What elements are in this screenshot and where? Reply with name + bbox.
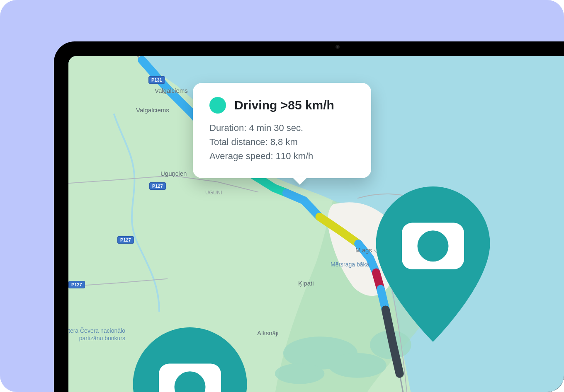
- laptop-frame: Valgalciems Valgalciems Uguņcien UGUNI Ķ…: [54, 41, 564, 392]
- road-shield-p131: P131: [148, 76, 165, 84]
- road-shield-p127-c: P127: [68, 281, 85, 288]
- screen: Valgalciems Valgalciems Uguņcien UGUNI Ķ…: [68, 56, 564, 392]
- tooltip-duration: Duration: 4 min 30 sec.: [209, 121, 352, 135]
- svg-point-2: [275, 363, 325, 384]
- road-shield-p127-a: P127: [149, 182, 166, 190]
- road-shield-p127-b: P127: [117, 236, 134, 244]
- svg-point-1: [328, 353, 386, 378]
- tooltip-distance: Total distance: 8,8 km: [209, 135, 352, 149]
- stage: Valgalciems Valgalciems Uguņcien UGUNI Ķ…: [0, 0, 564, 392]
- tooltip-avgspeed: Average speed: 110 km/h: [209, 149, 352, 163]
- tooltip-arrow-icon: [292, 177, 307, 185]
- speed-tooltip: Driving >85 km/h Duration: 4 min 30 sec.…: [193, 83, 371, 178]
- speed-dot-icon: [209, 97, 226, 114]
- tooltip-title: Driving >85 km/h: [234, 98, 334, 112]
- camera-icon: [335, 45, 340, 49]
- laptop-notch: [304, 41, 371, 54]
- map-canvas[interactable]: Valgalciems Valgalciems Uguņcien UGUNI Ķ…: [68, 56, 564, 392]
